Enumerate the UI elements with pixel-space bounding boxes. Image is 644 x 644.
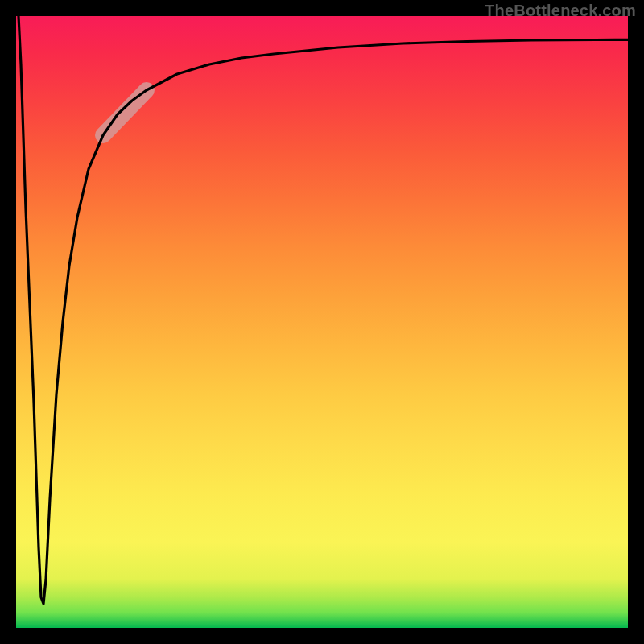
chart-frame: TheBottleneck.com <box>0 0 644 644</box>
plot-area <box>16 16 628 628</box>
curve-svg <box>16 16 628 628</box>
curve-highlight-segment <box>103 90 147 135</box>
bottleneck-curve-line <box>19 16 628 604</box>
